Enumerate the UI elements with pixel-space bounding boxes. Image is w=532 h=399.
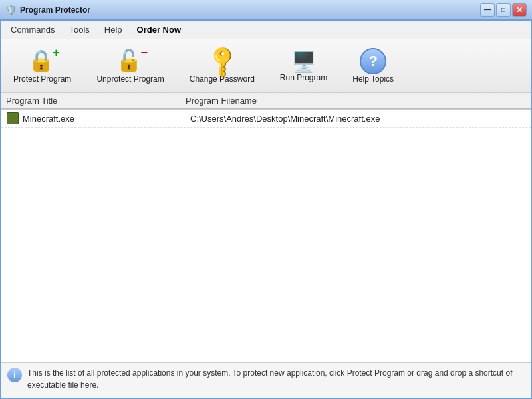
minimize-button[interactable]: — (480, 3, 495, 17)
unprotect-icon: 🔓 − (116, 48, 145, 74)
app-title: Program Protector (20, 5, 480, 15)
protect-program-label: Protect Program (13, 74, 71, 84)
status-bar: i This is the list of all protected appl… (1, 362, 531, 398)
help-topics-button[interactable]: ? Help Topics (346, 45, 400, 87)
main-window: Commands Tools Help Order Now 🔒 + Protec… (0, 20, 532, 399)
menu-commands[interactable]: Commands (3, 21, 62, 38)
help-topics-label: Help Topics (352, 74, 394, 84)
toolbar: 🔒 + Protect Program 🔓 − Unprotect Progra… (1, 39, 531, 93)
unprotect-program-label: Unprotect Program (96, 74, 164, 84)
menu-order-now[interactable]: Order Now (130, 21, 188, 38)
column-headers: Program Title Program Filename (1, 93, 531, 109)
unprotect-program-button[interactable]: 🔓 − Unprotect Program (90, 45, 170, 87)
status-info-icon: i (7, 368, 22, 382)
menu-bar: Commands Tools Help Order Now (1, 21, 531, 39)
run-program-button[interactable]: 🖥️ Run Program (274, 47, 333, 86)
help-icon: ? (360, 48, 386, 74)
maximize-button[interactable]: □ (496, 3, 511, 17)
title-bar: 🛡️ Program Protector — □ ✕ (0, 0, 532, 20)
minecraft-icon (7, 112, 19, 124)
status-message: This is the list of all protected applic… (27, 367, 525, 391)
table-row[interactable]: Minecraft.exe C:\Users\Andrés\Desktop\Mi… (1, 110, 531, 128)
change-password-button[interactable]: 🔑 Change Password (184, 45, 261, 87)
app-icon: 🛡️ (5, 5, 16, 15)
file-title: Minecraft.exe (23, 114, 190, 124)
menu-help[interactable]: Help (97, 21, 130, 38)
window-controls: — □ ✕ (480, 3, 527, 17)
col-program-filename: Program Filename (186, 96, 526, 106)
col-program-title: Program Title (6, 96, 186, 106)
file-path: C:\Users\Andrés\Desktop\Minecraft\Minecr… (190, 114, 525, 124)
run-program-label: Run Program (280, 73, 327, 82)
close-button[interactable]: ✕ (512, 3, 527, 17)
key-icon: 🔑 (208, 48, 236, 74)
protect-icon: 🔒 + (28, 48, 57, 74)
run-icon: 🖥️ (291, 50, 316, 73)
menu-tools[interactable]: Tools (62, 21, 96, 38)
protect-program-button[interactable]: 🔒 + Protect Program (7, 45, 77, 87)
file-list: Minecraft.exe C:\Users\Andrés\Desktop\Mi… (1, 109, 531, 362)
